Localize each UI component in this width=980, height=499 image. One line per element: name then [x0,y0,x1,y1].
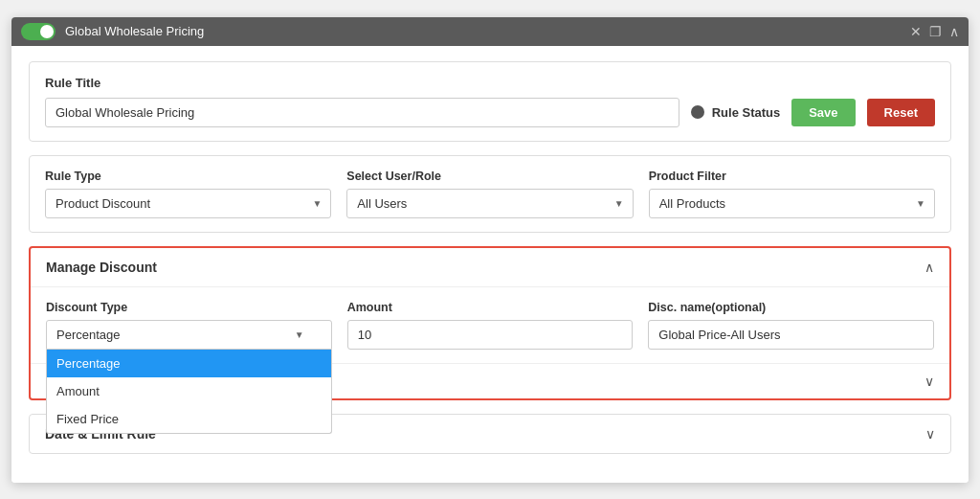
minimize-btn[interactable]: ∧ [949,25,959,38]
option-fixed-price[interactable]: Fixed Price [47,405,331,433]
rule-title-input[interactable] [45,98,679,127]
save-button[interactable]: Save [791,99,855,126]
user-role-select[interactable]: All Users Wholesale Customer Retailer [346,189,633,218]
status-group: Rule Status [691,105,781,120]
product-filter-select-wrapper: All Products Specific Products Categorie… [649,189,935,218]
restore-btn[interactable]: ❐ [929,25,942,38]
rule-fields: Rule Type Product Discount Cart Discount… [45,170,935,218]
rule-type-select-wrapper: Product Discount Cart Discount [45,189,331,218]
rule-type-field: Rule Type Product Discount Cart Discount [45,170,331,218]
manage-discount-body: Discount Type Percentage ▼ Percentage Am… [31,287,949,363]
disc-name-input[interactable] [648,320,934,350]
user-role-select-wrapper: All Users Wholesale Customer Retailer [346,189,633,218]
date-limit-chevron: ∨ [925,426,935,442]
rule-fields-section: Rule Type Product Discount Cart Discount… [29,155,951,233]
rule-type-label: Rule Type [45,170,331,183]
discount-type-select-fake[interactable]: Percentage ▼ [46,320,332,350]
status-label: Rule Status [712,105,781,120]
conditions-chevron: ∨ [924,374,934,389]
window-toggle[interactable] [21,23,56,40]
status-dot [691,105,704,119]
titlebar-left: Global Wholesale Pricing [21,23,204,40]
rule-title-row: Rule Status Save Reset [45,98,935,127]
user-role-field: Select User/Role All Users Wholesale Cus… [346,170,633,218]
discount-row: Discount Type Percentage ▼ Percentage Am… [46,301,934,350]
user-role-label: Select User/Role [346,170,633,183]
discount-type-value: Percentage [56,328,121,342]
titlebar: Global Wholesale Pricing ✕ ❐ ∧ [11,17,969,46]
discount-type-dropdown: Percentage ▼ Percentage Amount Fixed Pri… [46,320,332,350]
product-filter-field: Product Filter All Products Specific Pro… [649,170,935,218]
product-filter-label: Product Filter [649,170,935,183]
manage-discount-header[interactable]: Manage Discount ∧ [31,248,949,287]
rule-type-select[interactable]: Product Discount Cart Discount [45,189,331,218]
manage-discount-title: Manage Discount [46,260,157,275]
close-btn[interactable]: ✕ [910,25,922,38]
product-filter-select[interactable]: All Products Specific Products Categorie… [649,189,935,218]
amount-label: Amount [347,301,634,314]
manage-discount-chevron: ∧ [924,260,934,275]
dropdown-chevron-icon: ▼ [295,329,304,340]
rule-fields-inner: Rule Type Product Discount Cart Discount… [30,156,950,232]
main-window: Global Wholesale Pricing ✕ ❐ ∧ Rule Titl… [11,17,969,483]
option-percentage[interactable]: Percentage [47,350,331,377]
rule-title-inner: Rule Title Rule Status Save Reset [30,62,950,141]
content: Rule Title Rule Status Save Reset Rule T… [11,46,969,483]
reset-button[interactable]: Reset [867,99,935,126]
option-amount[interactable]: Amount [47,377,331,405]
discount-type-label: Discount Type [46,301,332,314]
manage-discount-section: Manage Discount ∧ Discount Type Percenta… [29,246,951,400]
titlebar-title: Global Wholesale Pricing [65,24,204,38]
discount-type-col: Discount Type Percentage ▼ Percentage Am… [46,301,332,350]
titlebar-controls: ✕ ❐ ∧ [910,25,959,38]
amount-input[interactable] [347,320,634,350]
rule-title-section: Rule Title Rule Status Save Reset [29,61,951,142]
amount-col: Amount [347,301,634,350]
discount-type-options: Percentage Amount Fixed Price [46,350,332,434]
disc-name-label: Disc. name(optional) [648,301,934,314]
rule-title-label: Rule Title [45,76,935,90]
disc-name-col: Disc. name(optional) [648,301,934,350]
